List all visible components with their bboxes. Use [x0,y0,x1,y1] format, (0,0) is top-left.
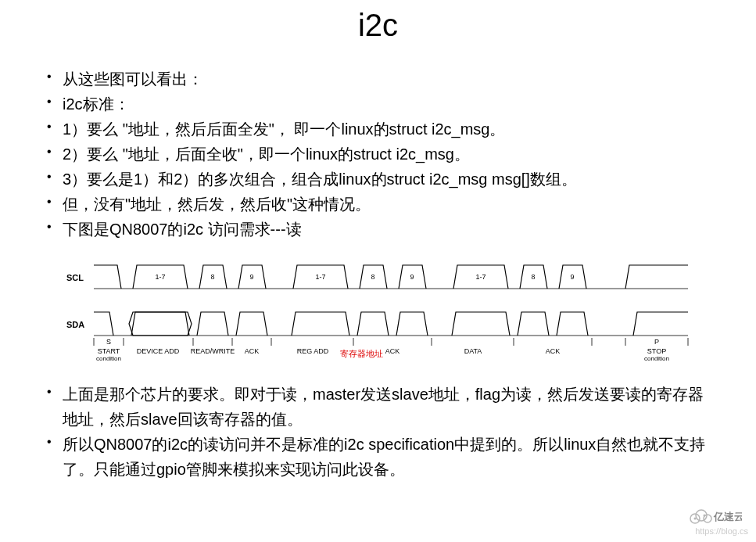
list-item: 下图是QN8007的i2c 访问需求---读 [47,217,709,242]
svg-point-16 [694,518,697,520]
list-item: 上面是那个芯片的要求。即对于读，master发送slave地址，flag为读，然… [47,382,709,432]
svg-point-17 [704,515,706,517]
seg-ack1: ACK [245,347,260,355]
seg-regadd: REG ADD [297,347,329,355]
logo-icon: 亿速云 [687,504,742,528]
list-item: i2c标准： [47,92,709,117]
timing-diagram: SCL 1-7 8 9 1-7 8 9 [63,253,709,370]
scl-label: SCL [66,273,84,282]
list-item: 2）要么 "地址，后面全收"，即一个linux的struct i2c_msg。 [47,142,709,167]
bit-label: 9 [570,273,574,281]
seg-ack3: ACK [546,347,561,355]
slide: i2c 从这些图可以看出： i2c标准： 1）要么 "地址，然后后面全发"， 即… [0,0,756,542]
seg-stop: STOP [647,347,666,355]
bullet-list-top: 从这些图可以看出： i2c标准： 1）要么 "地址，然后后面全发"， 即一个li… [47,66,709,242]
bit-label: 8 [531,273,535,281]
seg-rw: READ/WRITE [191,347,235,355]
list-item: 从这些图可以看出： [47,66,709,92]
bullet-list-bottom: 上面是那个芯片的要求。即对于读，master发送slave地址，flag为读，然… [47,382,709,482]
seg-start-sub: condition [96,355,121,362]
bit-label: 9 [249,273,253,281]
seg-p: P [654,338,659,346]
list-item: 1）要么 "地址，然后后面全发"， 即一个linux的struct i2c_ms… [47,117,709,142]
i2c-timing-svg: SCL 1-7 8 9 1-7 8 9 [63,253,704,367]
bit-label: 1-7 [155,273,165,281]
red-annotation: 寄存器地址 [340,349,383,358]
seg-ack2: ACK [385,347,400,355]
seg-start: START [98,347,120,355]
seg-s: S [106,338,111,346]
bit-label: 1-7 [315,273,325,281]
bit-label: 1-7 [475,273,485,281]
sda-label: SDA [66,320,84,329]
seg-stop-sub: condition [644,355,669,362]
logo-text: 亿速云 [713,511,742,522]
page-title: i2c [47,8,709,43]
list-item: 3）要么是1）和2）的多次组合，组合成linux的struct i2c_msg … [47,167,709,192]
list-item: 所以QN8007的i2c的读访问并不是标准的i2c specification中… [47,432,709,482]
bit-label: 9 [410,273,414,281]
list-item: 但，没有"地址，然后发，然后收"这种情况。 [47,192,709,217]
bit-label: 8 [210,273,214,281]
seg-data: DATA [464,347,482,355]
seg-devadd: DEVICE ADD [137,347,180,355]
bit-label: 8 [371,273,374,281]
